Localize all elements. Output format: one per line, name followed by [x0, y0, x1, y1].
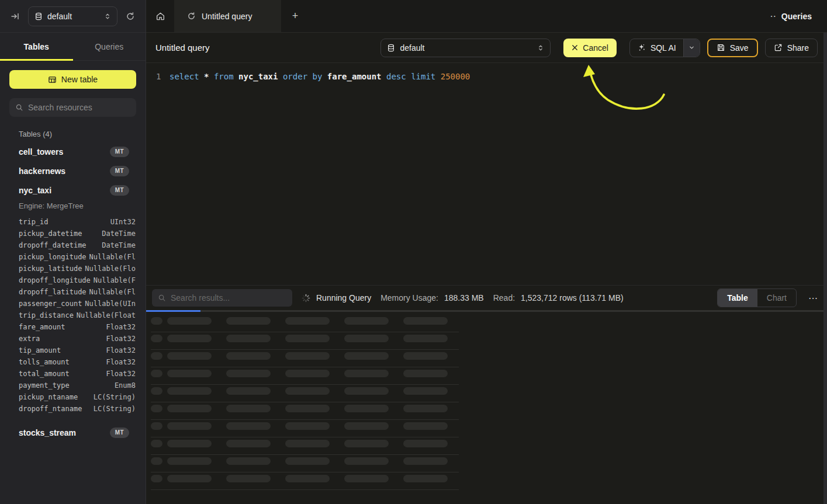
skeleton-cell — [344, 457, 389, 465]
skeleton-cell — [285, 422, 330, 430]
topbar-spacer — [303, 0, 770, 32]
skeleton-cell — [403, 405, 448, 412]
column-type: LC(String) — [94, 405, 136, 413]
new-table-label: New table — [61, 75, 98, 84]
table-name: hackernews — [19, 166, 65, 176]
skeleton-cell — [403, 422, 448, 430]
search-resources-input[interactable] — [28, 103, 134, 112]
skeleton-cell — [151, 352, 162, 360]
table-item-stocks-stream[interactable]: stocks_stream MT — [9, 423, 136, 442]
skeleton-cell — [167, 440, 212, 447]
skeleton-cell — [344, 317, 389, 325]
skeleton-row — [151, 472, 459, 490]
cancel-button[interactable]: Cancel — [563, 39, 617, 57]
column-type: Nullable(Flo — [85, 265, 136, 273]
database-selector[interactable]: default — [28, 6, 117, 26]
column-type: Float32 — [106, 335, 136, 343]
column-row[interactable]: total_amountFloat32 — [19, 368, 136, 380]
sql-editor[interactable]: 1 select * from nyc_taxi order by fare_a… — [146, 64, 827, 285]
skeleton-cell — [151, 440, 162, 447]
skeleton-cell — [285, 475, 330, 482]
skeleton-row — [151, 367, 459, 385]
skeleton-row — [151, 315, 459, 332]
toggle-chart[interactable]: Chart — [757, 289, 796, 307]
skeleton-cell — [167, 370, 212, 377]
skeleton-cell — [167, 317, 212, 325]
skeleton-cell — [167, 422, 212, 430]
table-item-nyc-taxi[interactable]: nyc_taxi MT — [9, 180, 136, 200]
skeleton-cell — [344, 352, 389, 360]
skeleton-cell — [285, 405, 330, 412]
column-row[interactable]: pickup_latitudeNullable(Flo — [19, 263, 136, 274]
sql-ai-button[interactable]: SQL AI — [630, 39, 683, 57]
column-row[interactable]: tip_amountFloat32 — [19, 345, 136, 356]
column-row[interactable]: dropoff_longitudeNullable(F — [19, 274, 136, 286]
table-name: stocks_stream — [19, 428, 76, 437]
sql-token: nyc_taxi — [238, 72, 278, 81]
column-type: DateTime — [102, 241, 136, 249]
results-menu-button[interactable]: ⋯ — [806, 290, 820, 306]
column-row[interactable]: payment_typeEnum8 — [19, 380, 136, 391]
sparkle-icon — [637, 43, 646, 52]
skeleton-row — [151, 420, 459, 437]
search-icon — [158, 294, 166, 302]
skeleton-cell — [167, 352, 212, 360]
query-title: Untitled query — [155, 43, 210, 53]
home-button[interactable] — [146, 0, 174, 32]
sql-token: limit — [411, 72, 435, 81]
skeleton-row — [151, 437, 459, 455]
sql-token — [234, 72, 238, 81]
column-row[interactable]: passenger_countNullable(UIn — [19, 298, 136, 310]
refresh-button[interactable] — [122, 8, 139, 25]
sql-token — [209, 72, 213, 81]
sql-token — [406, 72, 411, 81]
new-tab-button[interactable]: + — [287, 8, 303, 25]
vertical-scrollbar[interactable] — [823, 33, 827, 504]
column-row[interactable]: pickup_ntanameLC(String) — [19, 391, 136, 403]
column-row[interactable]: pickup_datetimeDateTime — [19, 228, 136, 239]
column-type: Nullable(Fl — [89, 253, 136, 261]
sidebar-tab-queries[interactable]: Queries — [73, 33, 146, 60]
search-results-input[interactable] — [171, 293, 286, 303]
sql-line-1: 1 select * from nyc_taxi order by fare_a… — [146, 64, 827, 82]
column-row[interactable]: trip_idUInt32 — [19, 216, 136, 228]
engine-badge: MT — [110, 427, 129, 438]
table-item-cell-towers[interactable]: cell_towers MT — [9, 142, 136, 161]
engine-badge: MT — [110, 185, 129, 196]
column-row[interactable]: fare_amountFloat32 — [19, 321, 136, 333]
new-table-button[interactable]: New table — [9, 70, 136, 89]
collapse-sidebar-button[interactable] — [7, 8, 23, 25]
save-button[interactable]: Save — [707, 39, 758, 57]
skeleton-cell — [344, 405, 389, 412]
toggle-table[interactable]: Table — [718, 289, 757, 307]
skeleton-cell — [344, 440, 389, 447]
queries-button[interactable]: ·· Queries — [770, 12, 812, 21]
sql-token: 250000 — [441, 72, 470, 81]
column-row[interactable]: pickup_longitudeNullable(Fl — [19, 251, 136, 263]
sidebar-tab-tables[interactable]: Tables — [0, 33, 73, 60]
column-row[interactable]: dropoff_latitudeNullable(Fl — [19, 286, 136, 298]
skeleton-cell — [285, 335, 330, 342]
column-row[interactable]: dropoff_ntanameLC(String) — [19, 403, 136, 415]
sql-ai-dropdown-button[interactable] — [683, 39, 700, 57]
tables-section-header: Tables (4) — [19, 130, 136, 138]
tab-untitled-query[interactable]: Untitled query — [174, 0, 281, 32]
table-name: nyc_taxi — [19, 186, 51, 195]
updown-chevron-icon — [537, 44, 544, 51]
memory-usage-value: 188.33 MB — [444, 293, 484, 303]
share-button[interactable]: Share — [765, 39, 818, 57]
column-name: fare_amount — [19, 323, 65, 331]
query-header: Untitled query default Cancel — [146, 33, 827, 63]
sql-token: select — [169, 72, 199, 81]
share-icon — [774, 43, 783, 52]
skeleton-cell — [226, 457, 271, 465]
query-database-selector[interactable]: default — [380, 39, 551, 57]
share-label: Share — [787, 43, 809, 53]
column-row[interactable]: extraFloat32 — [19, 333, 136, 345]
table-item-hackernews[interactable]: hackernews MT — [9, 161, 136, 180]
skeleton-cell — [226, 352, 271, 360]
column-row[interactable]: trip_distanceNullable(Float — [19, 310, 136, 321]
column-row[interactable]: tolls_amountFloat32 — [19, 356, 136, 368]
column-row[interactable]: dropoff_datetimeDateTime — [19, 239, 136, 251]
skeleton-row — [151, 350, 459, 367]
